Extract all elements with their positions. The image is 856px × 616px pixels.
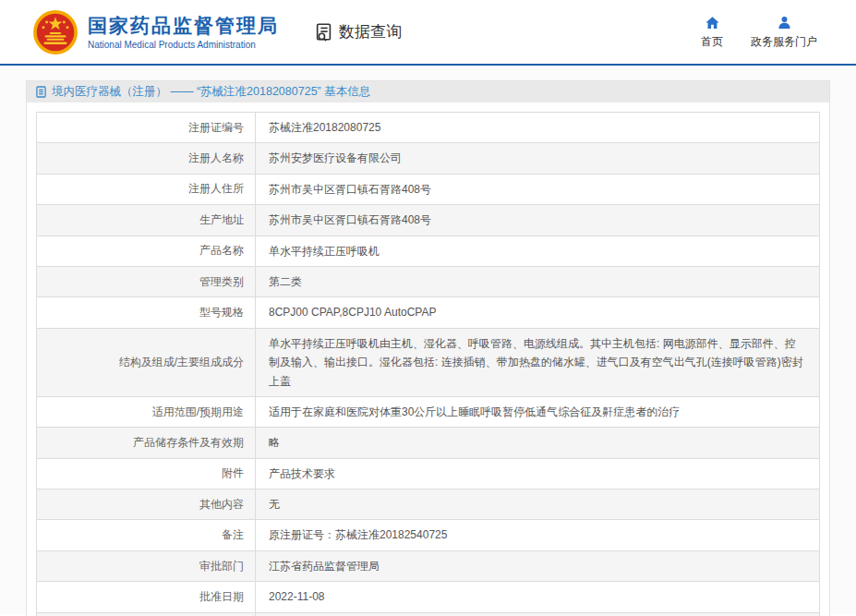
row-label: 结构及组成/主要组成成分 <box>37 328 256 396</box>
table-row: 其他内容无 <box>37 489 820 520</box>
row-label: 管理类别 <box>37 266 256 296</box>
national-emblem-icon <box>32 9 78 55</box>
nav-portal[interactable]: 政务服务门户 <box>751 15 817 50</box>
user-icon <box>777 15 792 30</box>
row-label: 其他内容 <box>37 489 256 520</box>
table-row: 型号规格8CPJ00 CPAP,8CPJ10 AutoCPAP <box>37 297 820 328</box>
row-label: 附件 <box>37 458 256 489</box>
table-row: 产品名称单水平持续正压呼吸机 <box>37 236 820 266</box>
row-value: 苏州市吴中区胥口镇石胥路408号 <box>256 205 820 236</box>
table-row: 适用范围/预期用途适用于在家庭和医院对体重30公斤以上睡眠呼吸暂停低通气综合征及… <box>37 396 820 427</box>
table-row: 批准日期2022-11-08 <box>37 582 820 612</box>
row-value: 略 <box>256 428 820 458</box>
content-box: 境内医疗器械（注册） —— “苏械注准20182080725” 基本信息 注册证… <box>26 80 830 616</box>
row-label: 生效日期 <box>37 612 256 616</box>
org-name-zh: 国家药品监督管理局 <box>88 14 279 37</box>
row-value: 第二类 <box>256 266 820 296</box>
row-label: 备注 <box>37 520 256 550</box>
site-header: 国家药品监督管理局 National Medical Products Admi… <box>0 0 856 66</box>
row-label: 批准日期 <box>37 582 256 612</box>
row-value: 2022-11-08 <box>256 582 820 612</box>
row-label: 产品储存条件及有效期 <box>37 428 256 458</box>
row-value: 无 <box>256 489 820 520</box>
main-area: 境内医疗器械（注册） —— “苏械注准20182080725” 基本信息 注册证… <box>0 66 856 614</box>
row-value: 原注册证号：苏械注准20182540725 <box>256 520 820 550</box>
row-value: 苏州安梦医疗设备有限公司 <box>256 143 820 174</box>
table-row: 管理类别第二类 <box>37 266 820 296</box>
org-name-en: National Medical Products Administration <box>88 40 279 50</box>
page-title: 境内医疗器械（注册） —— “苏械注准20182080725” 基本信息 <box>52 84 370 100</box>
row-value: 苏州市吴中区胥口镇石胥路408号 <box>256 174 820 204</box>
site-logo[interactable]: 国家药品监督管理局 National Medical Products Admi… <box>32 9 279 55</box>
row-label: 注册人名称 <box>37 143 256 174</box>
row-label: 适用范围/预期用途 <box>37 396 256 427</box>
table-wrap: 注册证编号苏械注准20182080725注册人名称苏州安梦医疗设备有限公司注册人… <box>27 103 829 616</box>
org-names: 国家药品监督管理局 National Medical Products Admi… <box>88 14 279 49</box>
table-row: 生产地址苏州市吴中区胥口镇石胥路408号 <box>37 205 820 236</box>
data-query-label: 数据查询 <box>339 21 402 42</box>
table-row: 产品储存条件及有效期略 <box>37 428 820 458</box>
row-value: 江苏省药品监督管理局 <box>256 550 820 581</box>
row-value: 产品技术要求 <box>256 458 820 489</box>
table-row: 注册人名称苏州安梦医疗设备有限公司 <box>37 143 820 174</box>
row-label: 注册人住所 <box>37 174 256 204</box>
row-value: 苏械注准20182080725 <box>256 113 820 143</box>
row-label: 注册证编号 <box>37 113 256 143</box>
info-table-body: 注册证编号苏械注准20182080725注册人名称苏州安梦医疗设备有限公司注册人… <box>37 113 820 616</box>
data-query-entry[interactable]: 数据查询 <box>314 21 402 42</box>
home-icon <box>705 15 720 30</box>
doc-search-icon <box>314 22 334 42</box>
table-row: 注册证编号苏械注准20182080725 <box>37 113 820 143</box>
row-value: 单水平持续正压呼吸机由主机、湿化器、呼吸管路、电源线组成。其中主机包括: 网电源… <box>256 328 820 396</box>
row-label: 审批部门 <box>37 550 256 581</box>
row-value: 适用于在家庭和医院对体重30公斤以上睡眠呼吸暂停低通气综合征及鼾症患者的治疗 <box>256 396 820 427</box>
registration-info-table: 注册证编号苏械注准20182080725注册人名称苏州安梦医疗设备有限公司注册人… <box>36 112 820 616</box>
page-title-bar: 境内医疗器械（注册） —— “苏械注准20182080725” 基本信息 <box>27 81 829 103</box>
table-row: 结构及组成/主要组成成分单水平持续正压呼吸机由主机、湿化器、呼吸管路、电源线组成… <box>37 328 820 396</box>
row-value: 8CPJ00 CPAP,8CPJ10 AutoCPAP <box>256 297 820 328</box>
table-row: 备注原注册证号：苏械注准20182540725 <box>37 520 820 550</box>
nav-home-label: 首页 <box>701 34 723 50</box>
row-label: 型号规格 <box>37 297 256 328</box>
doc-icon <box>36 86 46 98</box>
top-nav: 首页 政务服务门户 <box>701 15 817 50</box>
nav-home[interactable]: 首页 <box>701 15 723 50</box>
nav-portal-label: 政务服务门户 <box>751 34 817 50</box>
table-row: 注册人住所苏州市吴中区胥口镇石胥路408号 <box>37 174 820 204</box>
table-row: 附件产品技术要求 <box>37 458 820 489</box>
row-label: 产品名称 <box>37 236 256 266</box>
table-row: 生效日期2023-04-10 <box>37 612 820 616</box>
table-row: 审批部门江苏省药品监督管理局 <box>37 550 820 581</box>
row-value: 单水平持续正压呼吸机 <box>256 236 820 266</box>
row-label: 生产地址 <box>37 205 256 236</box>
row-value: 2023-04-10 <box>256 612 820 616</box>
